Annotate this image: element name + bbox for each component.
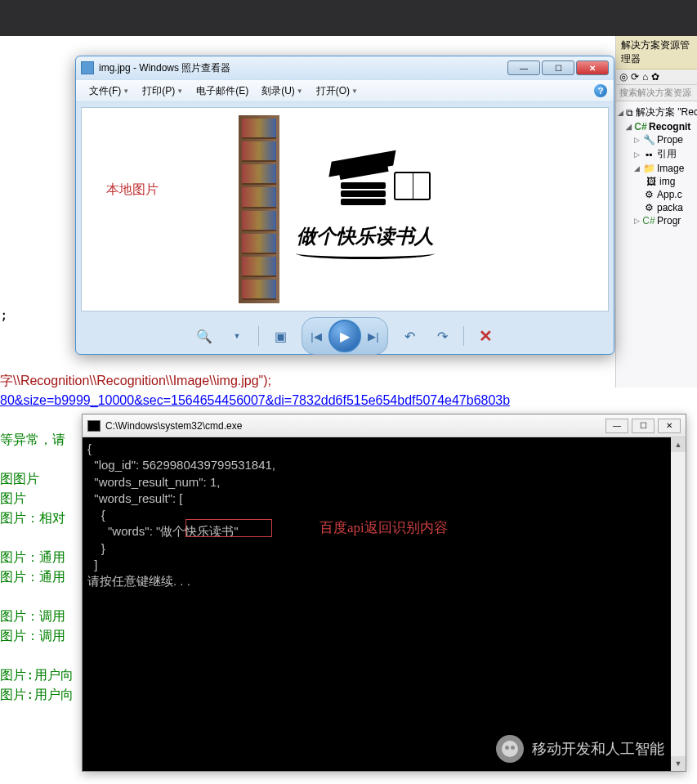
scroll-up-icon[interactable]: ▲ [671, 437, 686, 452]
solution-explorer: 解决方案资源管理器 ◎ ⟳ ⌂ ✿ 搜索解决方案资源 ◢⧉解决方案 "Rec ◢… [615, 36, 697, 388]
fit-button[interactable]: ▣ [269, 325, 292, 347]
toolbar-gear-icon[interactable]: ✿ [651, 71, 659, 83]
cmd-title-text: C:\Windows\system32\cmd.exe [105, 420, 605, 432]
tree-project[interactable]: ◢C#Recognit [618, 120, 695, 133]
photo-viewer-window: img.jpg - Windows 照片查看器 — ☐ ✕ 文件(F)▼ 打印(… [75, 56, 614, 355]
reader-artwork: 做个快乐读书人 [279, 123, 451, 295]
displayed-image: 做个快乐读书人 [239, 115, 451, 303]
cmd-close-button[interactable]: ✕ [658, 419, 681, 433]
help-icon[interactable]: ? [594, 84, 607, 97]
scroll-down-icon[interactable]: ▼ [671, 756, 686, 771]
menu-file[interactable]: 文件(F)▼ [83, 82, 136, 101]
maximize-button[interactable]: ☐ [542, 60, 574, 75]
cmd-line: } [87, 540, 681, 557]
cmd-line: "words_result_num": 1, [87, 474, 681, 491]
tree-packages[interactable]: ⚙packa [618, 201, 695, 214]
open-book-icon [394, 172, 431, 200]
solution-tree: ◢⧉解决方案 "Rec ◢C#Recognit ▷🔧Prope ▷▪▪引用 ◢📁… [616, 101, 697, 231]
artwork-text: 做个快乐读书人 [297, 223, 434, 249]
watermark: 移动开发和人工智能 [496, 735, 664, 763]
chevron-down-icon: ▼ [351, 87, 358, 95]
minimize-button[interactable]: — [507, 60, 540, 75]
rotate-cw-button[interactable]: ↷ [431, 325, 453, 347]
tree-solution[interactable]: ◢⧉解决方案 "Rec [618, 105, 695, 120]
cmd-scrollbar[interactable]: ▲ ▼ [671, 437, 686, 771]
code-line: ; [0, 306, 8, 325]
viewer-canvas: 本地图片 做个快乐读书人 [81, 107, 609, 311]
menu-open[interactable]: 打开(O)▼ [310, 82, 364, 101]
solution-explorer-title: 解决方案资源管理器 [616, 36, 697, 69]
tree-program[interactable]: ▷C#Progr [618, 214, 695, 227]
stacked-books-icon [341, 182, 386, 207]
cs-file-icon: C# [643, 215, 655, 226]
cmd-line: 请按任意键继续. . . [87, 573, 681, 589]
viewer-app-icon [81, 61, 94, 74]
next-button[interactable]: ▶| [361, 325, 386, 347]
tree-img-file[interactable]: 🖼img [618, 175, 695, 188]
nav-strip: |◀ ▶ ▶| [302, 317, 388, 355]
zoom-button[interactable]: 🔍 [193, 325, 216, 347]
graduation-cap-icon [338, 162, 388, 180]
rotate-ccw-button[interactable]: ↶ [398, 325, 421, 347]
cmd-line: ] [87, 557, 681, 573]
code-line: 字\\Recognition\\Recognition\\Image\\img.… [0, 371, 510, 391]
cmd-minimize-button[interactable]: — [605, 419, 628, 433]
wechat-icon [496, 735, 524, 763]
slideshow-button[interactable]: ▶ [328, 320, 361, 352]
image-file-icon: 🖼 [646, 176, 657, 187]
wrench-icon: 🔧 [643, 134, 655, 146]
cmd-maximize-button[interactable]: ☐ [632, 419, 655, 433]
viewer-menubar: 文件(F)▼ 打印(P)▼ 电子邮件(E) 刻录(U)▼ 打开(O)▼ ? [76, 79, 614, 102]
cmd-window: C:\Windows\system32\cmd.exe — ☐ ✕ { "log… [82, 414, 686, 772]
folder-icon: 📁 [643, 163, 655, 174]
cmd-line: "log_id": 5629980439799531841, [87, 457, 681, 473]
separator [463, 326, 464, 346]
annotation-api-result: 百度api返回识别内容 [319, 519, 448, 538]
viewer-controls: 🔍 ▼ ▣ |◀ ▶ ▶| ↶ ↷ ✕ [76, 316, 614, 356]
swoosh-decoration [296, 248, 435, 259]
solution-toolbar: ◎ ⟳ ⌂ ✿ [616, 69, 697, 85]
references-icon: ▪▪ [643, 149, 655, 160]
config-icon: ⚙ [643, 189, 655, 200]
delete-button[interactable]: ✕ [474, 325, 497, 347]
annotation-local-image: 本地图片 [106, 181, 159, 199]
toolbar-home-icon[interactable]: ◎ [619, 71, 628, 83]
solution-search[interactable]: 搜索解决方案资源 [616, 85, 697, 101]
viewer-title-text: img.jpg - Windows 照片查看器 [99, 61, 506, 75]
config-icon: ⚙ [643, 202, 655, 213]
chevron-down-icon: ▼ [176, 87, 183, 95]
vs-titlebar-area [0, 0, 697, 36]
watermark-text: 移动开发和人工智能 [532, 739, 664, 759]
tree-references[interactable]: ▷▪▪引用 [618, 146, 695, 162]
toolbar-home2-icon[interactable]: ⌂ [642, 71, 648, 83]
tree-image-folder[interactable]: ◢📁Image [618, 162, 695, 175]
chevron-down-icon: ▼ [123, 87, 129, 95]
cmd-icon [87, 420, 101, 432]
menu-burn[interactable]: 刻录(U)▼ [255, 82, 310, 101]
chevron-down-icon: ▼ [297, 87, 303, 95]
highlight-box [185, 519, 272, 537]
code-line: 80&size=b9999_10000&sec=1564654456007&di… [0, 391, 510, 410]
cmd-line: "words_result": [ [87, 491, 681, 507]
close-button[interactable]: ✕ [576, 60, 609, 75]
viewer-titlebar[interactable]: img.jpg - Windows 照片查看器 — ☐ ✕ [76, 56, 614, 79]
menu-email[interactable]: 电子邮件(E) [190, 82, 255, 101]
toolbar-sync-icon[interactable]: ⟳ [631, 71, 639, 83]
separator [258, 326, 259, 346]
prev-button[interactable]: |◀ [304, 325, 328, 347]
tree-app-config[interactable]: ⚙App.c [618, 188, 695, 201]
cmd-line: { [87, 441, 681, 457]
csharp-icon: C# [635, 121, 646, 132]
zoom-dropdown[interactable]: ▼ [226, 325, 248, 347]
cmd-titlebar[interactable]: C:\Windows\system32\cmd.exe — ☐ ✕ [83, 414, 686, 437]
tree-properties[interactable]: ▷🔧Prope [618, 133, 695, 146]
menu-print[interactable]: 打印(P)▼ [136, 82, 190, 101]
solution-icon: ⧉ [626, 107, 633, 119]
bookshelf-graphic [239, 115, 279, 303]
cmd-output: { "log_id": 5629980439799531841, "words_… [83, 437, 686, 771]
